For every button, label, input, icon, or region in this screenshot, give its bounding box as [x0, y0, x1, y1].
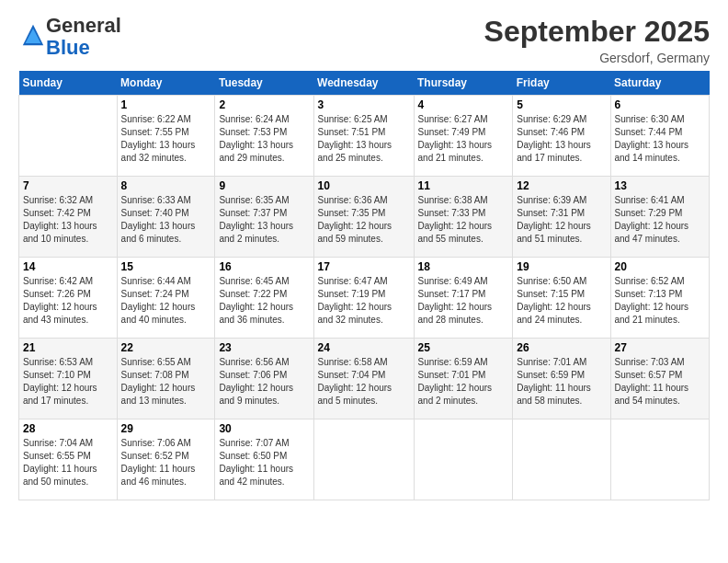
day-number: 9 — [219, 179, 309, 192]
calendar-cell: 28Sunrise: 7:04 AMSunset: 6:55 PMDayligh… — [19, 419, 118, 500]
location: Gersdorf, Germany — [484, 51, 710, 65]
week-row-1: 1Sunrise: 6:22 AMSunset: 7:55 PMDaylight… — [19, 96, 710, 177]
calendar-cell: 2Sunrise: 6:24 AMSunset: 7:53 PMDaylight… — [215, 96, 313, 177]
week-row-4: 21Sunrise: 6:53 AMSunset: 7:10 PMDayligh… — [19, 339, 710, 419]
col-saturday: Saturday — [610, 71, 710, 96]
logo: General Blue — [18, 15, 121, 59]
week-row-2: 7Sunrise: 6:32 AMSunset: 7:42 PMDaylight… — [19, 177, 710, 258]
col-wednesday: Wednesday — [313, 71, 414, 96]
calendar-cell: 16Sunrise: 6:45 AMSunset: 7:22 PMDayligh… — [215, 258, 313, 339]
calendar-cell — [19, 96, 118, 177]
day-info: Sunrise: 7:04 AMSunset: 6:55 PMDaylight:… — [23, 437, 113, 488]
day-info: Sunrise: 6:38 AMSunset: 7:33 PMDaylight:… — [418, 194, 509, 246]
day-number: 5 — [517, 98, 606, 111]
day-number: 22 — [121, 341, 211, 354]
day-info: Sunrise: 6:56 AMSunset: 7:06 PMDaylight:… — [219, 356, 309, 408]
day-info: Sunrise: 6:47 AMSunset: 7:19 PMDaylight:… — [318, 275, 410, 327]
col-tuesday: Tuesday — [215, 71, 313, 96]
day-info: Sunrise: 6:44 AMSunset: 7:24 PMDaylight:… — [121, 275, 211, 327]
col-monday: Monday — [117, 71, 215, 96]
day-info: Sunrise: 6:32 AMSunset: 7:42 PMDaylight:… — [23, 194, 113, 246]
calendar-cell: 5Sunrise: 6:29 AMSunset: 7:46 PMDaylight… — [513, 96, 610, 177]
logo-icon — [20, 22, 46, 48]
month-title: September 2025 — [484, 15, 710, 49]
calendar-cell: 9Sunrise: 6:35 AMSunset: 7:37 PMDaylight… — [215, 177, 313, 258]
day-info: Sunrise: 6:35 AMSunset: 7:37 PMDaylight:… — [219, 194, 309, 246]
day-info: Sunrise: 6:53 AMSunset: 7:10 PMDaylight:… — [23, 356, 113, 408]
calendar-cell: 29Sunrise: 7:06 AMSunset: 6:52 PMDayligh… — [117, 419, 215, 500]
day-number: 23 — [219, 341, 309, 354]
day-info: Sunrise: 7:06 AMSunset: 6:52 PMDaylight:… — [121, 437, 211, 488]
calendar-cell: 20Sunrise: 6:52 AMSunset: 7:13 PMDayligh… — [610, 258, 710, 339]
calendar-cell: 8Sunrise: 6:33 AMSunset: 7:40 PMDaylight… — [117, 177, 215, 258]
day-number: 13 — [615, 179, 706, 192]
day-number: 3 — [318, 98, 410, 111]
calendar-cell: 18Sunrise: 6:49 AMSunset: 7:17 PMDayligh… — [414, 258, 513, 339]
header-row: General Blue September 2025 Gersdorf, Ge… — [18, 15, 710, 65]
day-number: 15 — [121, 260, 211, 273]
day-info: Sunrise: 6:49 AMSunset: 7:17 PMDaylight:… — [418, 275, 509, 327]
day-info: Sunrise: 7:03 AMSunset: 6:57 PMDaylight:… — [615, 356, 706, 408]
col-friday: Friday — [513, 71, 610, 96]
calendar-cell: 13Sunrise: 6:41 AMSunset: 7:29 PMDayligh… — [610, 177, 710, 258]
day-number: 6 — [615, 98, 706, 111]
month-info: September 2025 Gersdorf, Germany — [484, 15, 710, 65]
day-info: Sunrise: 6:45 AMSunset: 7:22 PMDaylight:… — [219, 275, 309, 327]
calendar-cell: 14Sunrise: 6:42 AMSunset: 7:26 PMDayligh… — [19, 258, 118, 339]
day-number: 12 — [517, 179, 606, 192]
calendar-cell: 21Sunrise: 6:53 AMSunset: 7:10 PMDayligh… — [19, 339, 118, 419]
calendar-cell: 26Sunrise: 7:01 AMSunset: 6:59 PMDayligh… — [513, 339, 610, 419]
day-info: Sunrise: 6:39 AMSunset: 7:31 PMDaylight:… — [517, 194, 606, 246]
day-info: Sunrise: 6:55 AMSunset: 7:08 PMDaylight:… — [121, 356, 211, 408]
day-number: 14 — [23, 260, 113, 273]
col-sunday: Sunday — [19, 71, 118, 96]
calendar-cell: 17Sunrise: 6:47 AMSunset: 7:19 PMDayligh… — [313, 258, 414, 339]
day-info: Sunrise: 6:58 AMSunset: 7:04 PMDaylight:… — [318, 356, 410, 408]
calendar-cell: 10Sunrise: 6:36 AMSunset: 7:35 PMDayligh… — [313, 177, 414, 258]
day-number: 24 — [318, 341, 410, 354]
calendar-cell: 4Sunrise: 6:27 AMSunset: 7:49 PMDaylight… — [414, 96, 513, 177]
calendar-cell: 24Sunrise: 6:58 AMSunset: 7:04 PMDayligh… — [313, 339, 414, 419]
day-info: Sunrise: 6:33 AMSunset: 7:40 PMDaylight:… — [121, 194, 211, 246]
day-number: 17 — [318, 260, 410, 273]
calendar-cell: 30Sunrise: 7:07 AMSunset: 6:50 PMDayligh… — [215, 419, 313, 500]
day-info: Sunrise: 6:24 AMSunset: 7:53 PMDaylight:… — [219, 113, 309, 165]
calendar-cell: 25Sunrise: 6:59 AMSunset: 7:01 PMDayligh… — [414, 339, 513, 419]
calendar-cell — [513, 419, 610, 500]
calendar-cell: 11Sunrise: 6:38 AMSunset: 7:33 PMDayligh… — [414, 177, 513, 258]
day-number: 19 — [517, 260, 606, 273]
day-number: 25 — [418, 341, 509, 354]
page-container: General Blue September 2025 Gersdorf, Ge… — [0, 0, 728, 510]
day-number: 16 — [219, 260, 309, 273]
day-number: 8 — [121, 179, 211, 192]
day-number: 1 — [121, 98, 211, 111]
calendar-cell: 6Sunrise: 6:30 AMSunset: 7:44 PMDaylight… — [610, 96, 710, 177]
day-info: Sunrise: 7:07 AMSunset: 6:50 PMDaylight:… — [219, 437, 309, 488]
day-info: Sunrise: 6:22 AMSunset: 7:55 PMDaylight:… — [121, 113, 211, 165]
calendar-cell: 12Sunrise: 6:39 AMSunset: 7:31 PMDayligh… — [513, 177, 610, 258]
day-number: 4 — [418, 98, 509, 111]
calendar-cell — [313, 419, 414, 500]
calendar-cell: 19Sunrise: 6:50 AMSunset: 7:15 PMDayligh… — [513, 258, 610, 339]
calendar-cell: 7Sunrise: 6:32 AMSunset: 7:42 PMDaylight… — [19, 177, 118, 258]
calendar-cell: 27Sunrise: 7:03 AMSunset: 6:57 PMDayligh… — [610, 339, 710, 419]
day-number: 7 — [23, 179, 113, 192]
day-info: Sunrise: 6:30 AMSunset: 7:44 PMDaylight:… — [615, 113, 706, 165]
day-info: Sunrise: 6:41 AMSunset: 7:29 PMDaylight:… — [615, 194, 706, 246]
calendar-cell — [414, 419, 513, 500]
day-number: 11 — [418, 179, 509, 192]
day-info: Sunrise: 6:27 AMSunset: 7:49 PMDaylight:… — [418, 113, 509, 165]
day-number: 10 — [318, 179, 410, 192]
week-row-5: 28Sunrise: 7:04 AMSunset: 6:55 PMDayligh… — [19, 419, 710, 500]
logo-text: General Blue — [46, 15, 121, 59]
week-row-3: 14Sunrise: 6:42 AMSunset: 7:26 PMDayligh… — [19, 258, 710, 339]
day-number: 18 — [418, 260, 509, 273]
day-info: Sunrise: 6:52 AMSunset: 7:13 PMDaylight:… — [615, 275, 706, 327]
calendar-table: Sunday Monday Tuesday Wednesday Thursday… — [18, 71, 710, 500]
day-info: Sunrise: 7:01 AMSunset: 6:59 PMDaylight:… — [517, 356, 606, 408]
day-number: 26 — [517, 341, 606, 354]
day-number: 20 — [615, 260, 706, 273]
day-info: Sunrise: 6:36 AMSunset: 7:35 PMDaylight:… — [318, 194, 410, 246]
day-number: 21 — [23, 341, 113, 354]
day-info: Sunrise: 6:25 AMSunset: 7:51 PMDaylight:… — [318, 113, 410, 165]
